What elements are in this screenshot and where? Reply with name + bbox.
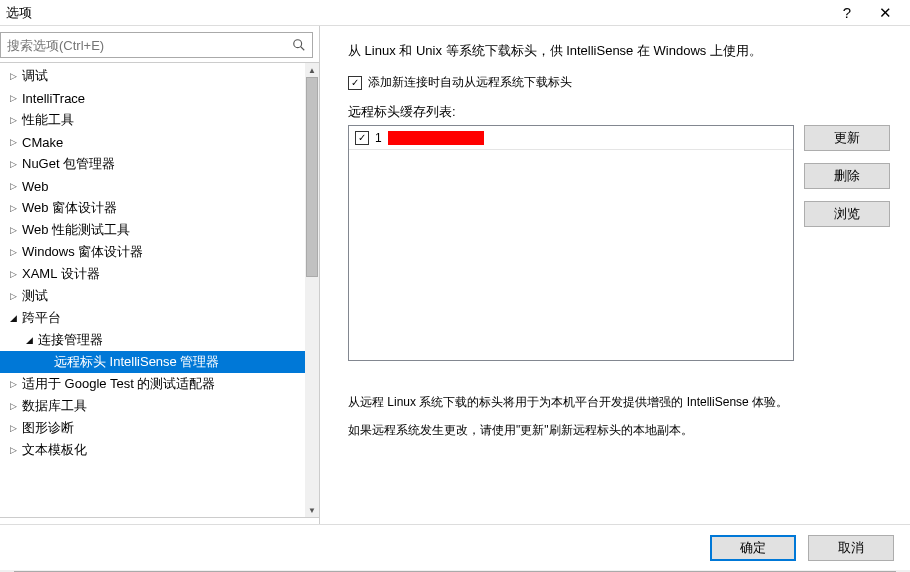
tree-item[interactable]: ▷IntelliTrace (0, 87, 305, 109)
tree-expand-icon[interactable]: ▷ (6, 421, 20, 435)
tree-item-label: 远程标头 IntelliSense 管理器 (54, 353, 219, 371)
tree-item-label: XAML 设计器 (22, 265, 100, 283)
tree-item[interactable]: ▷Web 性能测试工具 (0, 219, 305, 241)
tree-expand-icon[interactable]: ▷ (6, 201, 20, 215)
scroll-down-icon[interactable]: ▼ (305, 503, 319, 517)
tree-expand-icon[interactable]: ▷ (6, 399, 20, 413)
auto-download-label: 添加新连接时自动从远程系统下载标头 (368, 74, 572, 91)
cache-list-label: 远程标头缓存列表: (348, 103, 902, 121)
tree-item[interactable]: ▷调试 (0, 65, 305, 87)
tree-collapse-icon[interactable]: ◢ (22, 333, 36, 347)
tree-item[interactable]: ▷Windows 窗体设计器 (0, 241, 305, 263)
tree-item-label: Web (22, 179, 49, 194)
tree-leaf-icon (38, 355, 52, 369)
tree-item-label: Web 性能测试工具 (22, 221, 130, 239)
tree-item[interactable]: ▷适用于 Google Test 的测试适配器 (0, 373, 305, 395)
ok-button[interactable]: 确定 (710, 535, 796, 561)
tree-item[interactable]: ▷CMake (0, 131, 305, 153)
tree-item[interactable]: ▷性能工具 (0, 109, 305, 131)
footer-desc-line-1: 从远程 Linux 系统下载的标头将用于为本机平台开发提供增强的 Intelli… (348, 389, 902, 417)
tree-item-label: NuGet 包管理器 (22, 155, 115, 173)
list-item-checkbox[interactable] (355, 131, 369, 145)
svg-line-1 (301, 47, 305, 51)
update-button[interactable]: 更新 (804, 125, 890, 151)
tree-item[interactable]: ▷文本模板化 (0, 439, 305, 461)
scroll-up-icon[interactable]: ▲ (305, 63, 319, 77)
tree-item[interactable]: ◢跨平台 (0, 307, 305, 329)
tree-item[interactable]: ▷数据库工具 (0, 395, 305, 417)
tree-item[interactable]: ▷NuGet 包管理器 (0, 153, 305, 175)
options-nav-panel: ▷调试▷IntelliTrace▷性能工具▷CMake▷NuGet 包管理器▷W… (0, 26, 320, 524)
tree-item[interactable]: ▷图形诊断 (0, 417, 305, 439)
tree-expand-icon[interactable]: ▷ (6, 443, 20, 457)
titlebar: 选项 ? ✕ (0, 0, 910, 26)
tree-item-label: CMake (22, 135, 63, 150)
browse-button[interactable]: 浏览 (804, 201, 890, 227)
tree-item[interactable]: ◢连接管理器 (0, 329, 305, 351)
tree-item-label: IntelliTrace (22, 91, 85, 106)
tree-item[interactable]: ▷Web (0, 175, 305, 197)
help-button[interactable]: ? (828, 0, 866, 26)
search-field[interactable] (0, 32, 313, 58)
tree-item-label: 连接管理器 (38, 331, 103, 349)
search-icon (286, 33, 312, 57)
tree-item[interactable]: ▷测试 (0, 285, 305, 307)
tree-item[interactable]: ▷XAML 设计器 (0, 263, 305, 285)
tree-item-label: 性能工具 (22, 111, 74, 129)
tree-expand-icon[interactable]: ▷ (6, 289, 20, 303)
footer-desc-line-2: 如果远程系统发生更改，请使用"更新"刷新远程标头的本地副本。 (348, 417, 902, 445)
tree-item-label: 图形诊断 (22, 419, 74, 437)
tree-expand-icon[interactable]: ▷ (6, 223, 20, 237)
tree-item-label: Windows 窗体设计器 (22, 243, 143, 261)
tree-item[interactable]: 远程标头 IntelliSense 管理器 (0, 351, 305, 373)
tree-expand-icon[interactable]: ▷ (6, 69, 20, 83)
search-input[interactable] (1, 36, 286, 55)
close-button[interactable]: ✕ (866, 0, 904, 26)
tree-item-label: 调试 (22, 67, 48, 85)
tree-item-label: 文本模板化 (22, 441, 87, 459)
tree-expand-icon[interactable]: ▷ (6, 157, 20, 171)
tree-item-label: 测试 (22, 287, 48, 305)
tree-expand-icon[interactable]: ▷ (6, 113, 20, 127)
redacted-text (388, 131, 484, 145)
footer-description: 从远程 Linux 系统下载的标头将用于为本机平台开发提供增强的 Intelli… (348, 389, 902, 444)
svg-point-0 (294, 40, 302, 48)
auto-download-checkbox[interactable] (348, 76, 362, 90)
tree-collapse-icon[interactable]: ◢ (6, 311, 20, 325)
tree-item-label: 跨平台 (22, 309, 61, 327)
tree-item-label: 适用于 Google Test 的测试适配器 (22, 375, 215, 393)
dialog-title: 选项 (6, 4, 828, 22)
tree-item[interactable]: ▷Web 窗体设计器 (0, 197, 305, 219)
tree-expand-icon[interactable]: ▷ (6, 91, 20, 105)
tree-expand-icon[interactable]: ▷ (6, 179, 20, 193)
tree-item-label: Web 窗体设计器 (22, 199, 117, 217)
cancel-button[interactable]: 取消 (808, 535, 894, 561)
description-text: 从 Linux 和 Unix 等系统下载标头，供 IntelliSense 在 … (348, 42, 902, 60)
list-item[interactable]: 1 (349, 126, 793, 150)
delete-button[interactable]: 删除 (804, 163, 890, 189)
vertical-scrollbar[interactable]: ▲ ▼ (305, 63, 319, 517)
dialog-footer: 确定 取消 (0, 524, 910, 570)
options-tree[interactable]: ▷调试▷IntelliTrace▷性能工具▷CMake▷NuGet 包管理器▷W… (0, 63, 305, 517)
tree-expand-icon[interactable]: ▷ (6, 267, 20, 281)
tree-item-label: 数据库工具 (22, 397, 87, 415)
list-item-text: 1 (375, 131, 382, 145)
remote-headers-list[interactable]: 1 (348, 125, 794, 361)
tree-expand-icon[interactable]: ▷ (6, 245, 20, 259)
tree-expand-icon[interactable]: ▷ (6, 135, 20, 149)
tree-expand-icon[interactable]: ▷ (6, 377, 20, 391)
scrollbar-thumb[interactable] (306, 77, 318, 277)
options-content-panel: 从 Linux 和 Unix 等系统下载标头，供 IntelliSense 在 … (320, 26, 910, 524)
